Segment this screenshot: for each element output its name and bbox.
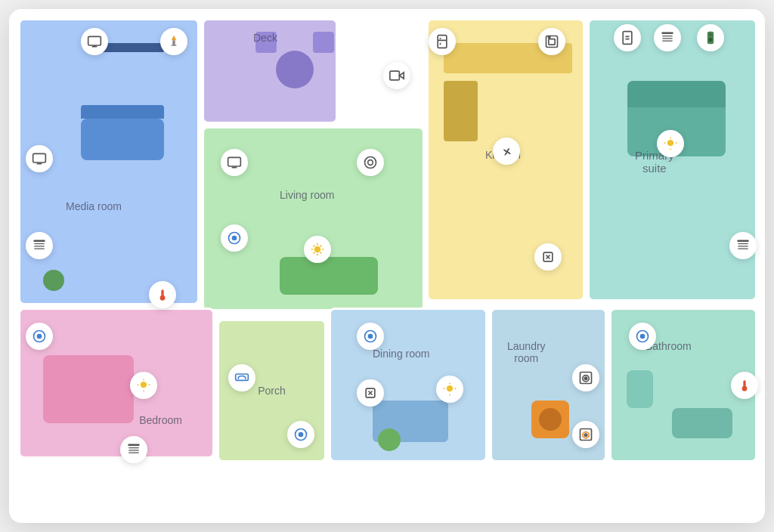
svg-rect-21 xyxy=(438,36,447,48)
device-washer-laundry[interactable] xyxy=(572,364,599,391)
svg-point-46 xyxy=(141,382,147,388)
svg-point-39 xyxy=(667,140,673,146)
svg-point-55 xyxy=(368,334,373,339)
media-room-label: Media room xyxy=(66,200,122,212)
device-tv-media[interactable] xyxy=(81,28,108,55)
device-light-bedroom[interactable] xyxy=(130,372,157,399)
svg-rect-47 xyxy=(236,374,249,380)
device-thermostat-bathroom[interactable] xyxy=(731,372,758,399)
svg-point-17 xyxy=(232,236,237,241)
device-oven-kitchen[interactable] xyxy=(538,28,565,55)
floor-plan-container: Media room Deck Living room Kitchen Prim… xyxy=(9,9,765,523)
svg-point-60 xyxy=(584,377,587,379)
device-light-living[interactable] xyxy=(304,236,331,263)
svg-point-37 xyxy=(709,38,713,42)
device-fridge-kitchen[interactable] xyxy=(429,28,456,55)
svg-rect-0 xyxy=(88,36,101,45)
device-light-primary[interactable] xyxy=(657,130,684,157)
floor-plan: Media room Deck Living room Kitchen Prim… xyxy=(9,9,765,523)
primary-suite-room[interactable]: Primarysuite xyxy=(587,18,757,302)
device-sensor-bathroom[interactable] xyxy=(629,323,656,350)
svg-rect-3 xyxy=(172,40,175,45)
svg-rect-5 xyxy=(33,153,46,162)
porch-label: Porch xyxy=(258,385,286,397)
svg-point-65 xyxy=(640,334,646,339)
device-sensor-dining[interactable] xyxy=(357,379,384,407)
device-vacuum-bedroom[interactable] xyxy=(26,323,53,350)
dining-room-label: Dining room xyxy=(373,348,429,360)
dining-room[interactable]: Dining room xyxy=(329,308,488,462)
plant-dining xyxy=(378,428,401,451)
device-sensor-kitchen[interactable] xyxy=(534,243,562,271)
svg-rect-12 xyxy=(161,289,163,296)
svg-rect-32 xyxy=(662,32,673,35)
svg-point-38 xyxy=(710,34,712,36)
device-lamp-media[interactable] xyxy=(160,28,187,55)
svg-rect-29 xyxy=(623,32,632,45)
bedroom-label: Bedroom xyxy=(139,414,182,426)
svg-rect-40 xyxy=(738,240,749,243)
device-camera-living[interactable] xyxy=(357,149,384,176)
svg-rect-13 xyxy=(390,71,400,80)
svg-rect-14 xyxy=(228,157,241,166)
device-sensor-primary[interactable] xyxy=(614,24,641,51)
svg-rect-7 xyxy=(34,240,45,243)
svg-rect-26 xyxy=(549,39,555,45)
svg-point-57 xyxy=(447,385,453,391)
svg-point-53 xyxy=(299,432,304,438)
living-room-label: Living room xyxy=(280,189,334,201)
svg-point-20 xyxy=(314,246,320,252)
device-light-dining[interactable] xyxy=(436,376,463,403)
device-vacuum-porch[interactable] xyxy=(287,421,314,448)
svg-rect-48 xyxy=(128,444,140,447)
device-blind-primary[interactable] xyxy=(654,24,681,51)
svg-point-19 xyxy=(368,160,373,165)
deck-room[interactable]: Deck xyxy=(202,18,338,124)
device-monitor-media[interactable] xyxy=(26,145,53,172)
device-vacuum-living[interactable] xyxy=(221,224,248,252)
device-vacuum-dining[interactable] xyxy=(357,323,384,350)
svg-rect-67 xyxy=(743,380,745,387)
laundry-room-label: Laundryroom xyxy=(507,340,546,364)
device-blind-bedroom[interactable] xyxy=(120,436,147,463)
svg-point-18 xyxy=(365,157,376,169)
device-blind2-primary[interactable] xyxy=(729,232,757,259)
svg-point-27 xyxy=(548,36,550,39)
device-ac-bedroom[interactable] xyxy=(228,364,255,391)
device-speaker-primary[interactable] xyxy=(697,24,724,51)
device-thermostat-media[interactable] xyxy=(149,281,176,308)
device-fan-kitchen[interactable] xyxy=(493,138,520,165)
device-dryer-laundry[interactable] xyxy=(572,421,599,448)
svg-point-63 xyxy=(584,434,587,436)
svg-point-45 xyxy=(37,334,42,339)
device-camera-deck[interactable] xyxy=(383,62,410,89)
device-pc-living[interactable] xyxy=(221,149,248,176)
device-blind-media[interactable] xyxy=(26,232,53,259)
